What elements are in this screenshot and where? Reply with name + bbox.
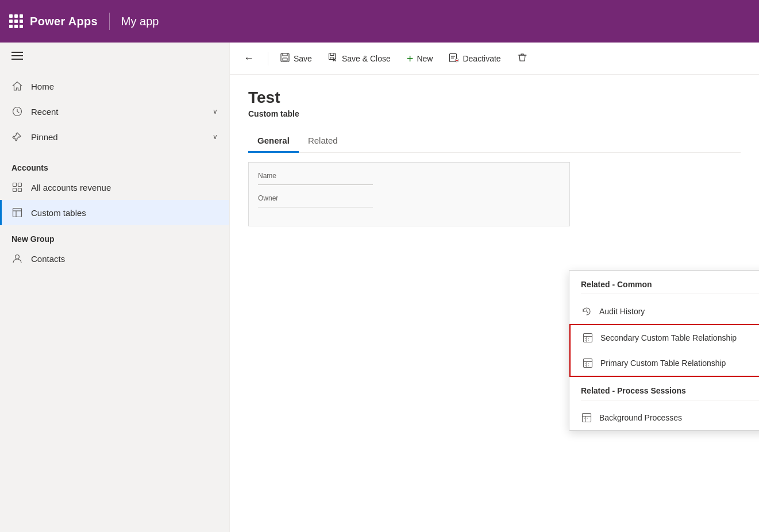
related-dropdown: Related - Common Audit History — [569, 270, 759, 431]
svg-rect-21 — [585, 338, 586, 339]
toolbar-divider-1 — [268, 52, 268, 65]
owner-label: Owner — [258, 194, 373, 202]
owner-value[interactable] — [258, 205, 373, 207]
svg-rect-11 — [329, 53, 335, 59]
dropdown-divider-1 — [581, 294, 759, 294]
grid-icon — [11, 182, 23, 193]
form-row-name: Name — [258, 172, 560, 185]
primary-table-icon — [582, 357, 594, 369]
name-value[interactable] — [258, 182, 373, 185]
save-icon — [280, 52, 290, 65]
page-content: Test Custom table General Related Name O… — [230, 75, 759, 532]
chevron-down-icon-pinned: ∨ — [213, 133, 218, 141]
svg-rect-30 — [585, 365, 586, 367]
svg-rect-35 — [584, 418, 585, 419]
app-title-label: My app — [121, 15, 159, 28]
secondary-table-icon — [582, 332, 594, 344]
svg-rect-18 — [584, 334, 592, 342]
toolbar: ← Save — [230, 43, 759, 75]
dropdown-item-background-processes[interactable]: Background Processes — [569, 405, 759, 430]
right-panel: ← Save — [230, 43, 759, 532]
sidebar-item-pinned-label: Pinned — [31, 132, 58, 142]
top-header: Power Apps My app — [0, 0, 759, 43]
sidebar-nav: Home Recent ∨ — [0, 69, 229, 154]
owner-field: Owner — [258, 194, 373, 207]
svg-rect-31 — [588, 365, 589, 367]
chevron-down-icon: ∨ — [213, 107, 218, 115]
page-title: Test — [248, 88, 741, 107]
person-icon — [11, 253, 23, 264]
waffle-icon[interactable] — [9, 14, 23, 28]
svg-rect-1 — [13, 183, 17, 187]
svg-rect-28 — [585, 363, 586, 364]
svg-rect-36 — [587, 418, 588, 419]
save-button[interactable]: Save — [273, 48, 319, 70]
svg-rect-23 — [585, 340, 586, 341]
new-label: New — [417, 54, 433, 63]
svg-rect-24 — [588, 340, 589, 341]
accounts-section-heading: Accounts — [0, 154, 229, 175]
hamburger-button[interactable] — [0, 43, 229, 69]
svg-rect-29 — [588, 363, 589, 364]
svg-rect-25 — [584, 359, 592, 368]
delete-icon — [517, 52, 527, 65]
deactivate-button[interactable]: Deactivate — [442, 48, 507, 70]
delete-button[interactable] — [510, 48, 534, 70]
background-processes-icon — [581, 412, 592, 423]
sidebar-item-custom-tables[interactable]: Custom tables — [0, 200, 229, 225]
form-row-owner: Owner — [258, 194, 560, 207]
name-label: Name — [258, 172, 373, 180]
svg-rect-3 — [13, 188, 17, 192]
dropdown-item-primary-custom-table[interactable]: Primary Custom Table Relationship — [571, 350, 759, 376]
audit-history-label: Audit History — [599, 307, 645, 316]
new-group-section-heading: New Group — [0, 225, 229, 246]
app-brand-label: Power Apps — [30, 15, 98, 28]
history-icon — [581, 306, 592, 317]
save-label: Save — [294, 54, 312, 63]
tab-related[interactable]: Related — [299, 130, 347, 153]
tabs-bar: General Related — [248, 130, 741, 153]
sidebar-item-contacts[interactable]: Contacts — [0, 246, 229, 271]
pin-icon — [11, 131, 23, 142]
tab-general[interactable]: General — [248, 130, 299, 153]
sidebar-item-home[interactable]: Home — [0, 74, 229, 99]
svg-rect-9 — [281, 53, 289, 61]
deactivate-icon — [449, 52, 459, 65]
save-close-icon — [328, 52, 338, 65]
save-close-label: Save & Close — [342, 54, 391, 63]
clock-icon — [11, 106, 23, 117]
sidebar-item-pinned[interactable]: Pinned ∨ — [0, 124, 229, 149]
sidebar-item-recent-label: Recent — [31, 107, 59, 117]
sidebar-item-all-accounts-revenue[interactable]: All accounts revenue — [0, 175, 229, 200]
related-common-heading: Related - Common — [569, 271, 759, 294]
save-close-button[interactable]: Save & Close — [321, 48, 398, 70]
primary-custom-table-label: Primary Custom Table Relationship — [600, 358, 726, 368]
sidebar: Home Recent ∨ — [0, 43, 230, 532]
sidebar-item-contacts-label: Contacts — [31, 254, 65, 264]
page-subtitle: Custom table — [248, 109, 741, 118]
dropdown-item-secondary-custom-table[interactable]: Secondary Custom Table Relationship — [571, 325, 759, 350]
svg-rect-10 — [283, 58, 287, 61]
sidebar-item-recent[interactable]: Recent ∨ — [0, 99, 229, 124]
background-processes-label: Background Processes — [599, 413, 682, 422]
dropdown-divider-2 — [581, 400, 759, 400]
deactivate-label: Deactivate — [463, 54, 500, 63]
home-icon — [11, 80, 23, 92]
svg-rect-32 — [583, 414, 591, 422]
new-icon: + — [407, 53, 414, 64]
svg-rect-5 — [13, 209, 22, 217]
svg-rect-4 — [18, 188, 22, 192]
svg-point-8 — [16, 255, 20, 259]
related-process-heading: Related - Process Sessions — [569, 377, 759, 400]
back-button[interactable]: ← — [239, 48, 259, 69]
svg-rect-2 — [18, 183, 22, 187]
secondary-custom-table-label: Secondary Custom Table Relationship — [600, 333, 737, 342]
table-icon — [11, 207, 23, 218]
sidebar-item-all-accounts-label: All accounts revenue — [31, 183, 111, 192]
form-area: Name Owner — [248, 162, 570, 226]
header-divider — [109, 13, 110, 30]
svg-rect-22 — [588, 338, 589, 339]
new-button[interactable]: + New — [400, 48, 440, 69]
dropdown-item-audit-history[interactable]: Audit History — [569, 299, 759, 324]
highlighted-relationship-group: Secondary Custom Table Relationship — [569, 324, 759, 377]
